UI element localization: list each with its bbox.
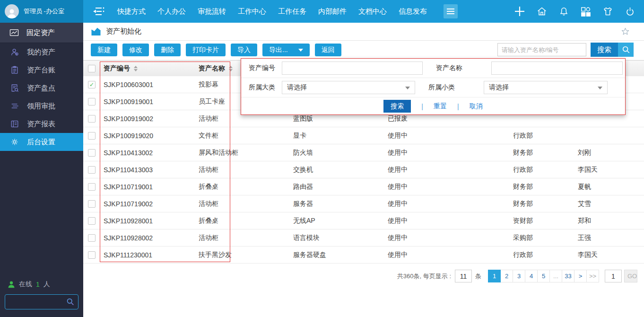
table-row[interactable]: SJKP111230001扶手黑沙发服务器硬盘使用中行政部李国天	[83, 247, 644, 264]
cell-code: SJKP100919001	[100, 98, 199, 106]
sidebar-item-my-assets[interactable]: 我的资产	[0, 43, 83, 61]
nav-item[interactable]: 工作中心	[238, 7, 266, 16]
sidebar-search-input[interactable]	[8, 296, 67, 308]
sidebar-item-label: 领用审批	[27, 102, 55, 111]
chevron-down-icon	[405, 87, 410, 89]
select-all-checkbox[interactable]	[88, 65, 96, 72]
nav-item[interactable]: 个人办公	[157, 7, 186, 16]
row-checkbox[interactable]	[88, 217, 96, 225]
table-row[interactable]: SJKP110719002活动柜服务器使用中财务部艾雪	[83, 195, 644, 212]
cell-user: 王强	[578, 234, 644, 242]
cancel-link[interactable]: 取消	[470, 102, 483, 111]
row-checkbox[interactable]: ✓	[88, 81, 96, 88]
main-content: 资产初始化 新建 修改 删除 打印卡片 导入 导出... 返回 搜索 资产编号 …	[83, 23, 644, 317]
bell-icon[interactable]	[558, 6, 569, 17]
sidebar-item-label: 资产报表	[27, 120, 55, 129]
nav-item[interactable]: 内部邮件	[318, 7, 347, 16]
row-checkbox[interactable]	[88, 115, 96, 123]
page-size-input[interactable]	[455, 270, 472, 282]
edit-button[interactable]: 修改	[122, 44, 149, 56]
home-icon[interactable]	[536, 6, 548, 17]
page-button[interactable]: 5	[538, 270, 550, 282]
table-row[interactable]: SJKP110413002屏风和活动柜防火墙使用中财务部刘刚	[83, 144, 644, 161]
row-checkbox[interactable]	[88, 149, 96, 157]
page-button[interactable]: 4	[525, 270, 538, 282]
asset-name-input[interactable]	[491, 62, 623, 75]
row-checkbox[interactable]	[88, 183, 96, 191]
import-button[interactable]: 导入	[231, 44, 257, 56]
cell-model: 服务器	[293, 200, 388, 208]
nav-item[interactable]: 文档中心	[358, 7, 387, 16]
avatar[interactable]	[5, 4, 19, 18]
sidebar-item-settings[interactable]: 后台设置	[0, 133, 83, 151]
row-checkbox[interactable]	[88, 166, 96, 174]
sidebar-item-asset-ledger[interactable]: 资产台账	[0, 61, 83, 79]
cell-status: 使用中	[388, 166, 513, 174]
sidebar-item-asset-inventory[interactable]: 资产盘点	[0, 79, 83, 97]
filter-search-button[interactable]: 搜索	[383, 100, 411, 113]
hamburger-menu-icon[interactable]	[444, 4, 458, 18]
nav-item[interactable]: 快捷方式	[117, 7, 146, 16]
subcategory-select[interactable]: 请选择	[484, 81, 608, 94]
next-page-button[interactable]: >	[574, 270, 587, 282]
row-checkbox[interactable]	[88, 132, 96, 140]
table-row[interactable]: SJKP100919020文件柜显卡使用中行政部	[83, 127, 644, 144]
page-button[interactable]: 3	[513, 270, 525, 282]
reset-link[interactable]: 重置	[434, 102, 447, 111]
search-button[interactable]: 搜索	[591, 43, 618, 57]
cell-model: 语言模块	[293, 234, 388, 242]
nav-item[interactable]: 工作任务	[278, 7, 306, 16]
cell-model: 路由器	[293, 183, 388, 191]
category-select[interactable]: 请选择	[282, 81, 415, 94]
apps-icon[interactable]	[580, 6, 591, 17]
goto-page-input[interactable]	[605, 270, 622, 282]
pagination: 共360条, 每页显示 : 条 12345...33>>> GO	[397, 270, 637, 282]
page-button[interactable]: 33	[562, 270, 574, 282]
sidebar-item-approval[interactable]: 领用审批	[0, 97, 83, 115]
nav-item[interactable]: 审批流转	[198, 7, 226, 16]
delete-button[interactable]: 删除	[154, 44, 181, 56]
power-icon[interactable]	[625, 6, 635, 17]
export-dropdown-button[interactable]: 导出...	[262, 44, 310, 56]
table-row[interactable]: SJKP110928002活动柜语言模块使用中采购部王强	[83, 229, 644, 247]
page-button[interactable]: 1	[488, 270, 501, 282]
nav-item[interactable]: 信息发布	[399, 7, 427, 16]
asset-code-input[interactable]	[282, 62, 423, 75]
sidebar-module-fixed-assets[interactable]: 固定资产	[0, 23, 83, 43]
sidebar-module-label: 固定资产	[26, 28, 55, 37]
table-row[interactable]: SJKP110719001折叠桌路由器使用中财务部夏帆	[83, 178, 644, 195]
row-checkbox[interactable]	[88, 200, 96, 208]
online-status: 在线1人	[8, 280, 78, 289]
user-info[interactable]: 管理员 -办公室	[0, 0, 83, 23]
asset-search-input[interactable]	[497, 43, 586, 56]
clipboard-icon	[10, 66, 19, 74]
page-button[interactable]: ...	[550, 270, 562, 282]
header-asset-code[interactable]: 资产编号	[100, 64, 199, 73]
search-magnifier-button[interactable]	[618, 43, 634, 57]
new-button[interactable]: 新建	[91, 44, 117, 56]
back-button[interactable]: 返回	[315, 44, 341, 56]
row-checkbox[interactable]	[88, 98, 96, 106]
title-bar: 资产初始化	[83, 23, 644, 41]
table-row[interactable]: SJKP110413003活动柜交换机使用中行政部李国天	[83, 161, 644, 178]
favorite-star-icon[interactable]	[621, 27, 630, 36]
table-row[interactable]: SJKP110928001折叠桌无线AP使用中资财部郑和	[83, 212, 644, 229]
online-count: 1	[36, 281, 40, 288]
cell-name: 屏风和活动柜	[199, 149, 293, 157]
sort-icon[interactable]	[229, 66, 233, 71]
collapse-menu-icon[interactable]	[92, 5, 105, 18]
cell-code: SJKP110413002	[100, 149, 199, 157]
plus-icon[interactable]	[514, 6, 525, 17]
search-icon[interactable]	[66, 298, 74, 306]
page-button[interactable]: 2	[501, 270, 513, 282]
go-button[interactable]: GO	[624, 270, 637, 282]
sidebar-item-asset-reports[interactable]: 资产报表	[0, 115, 83, 133]
row-checkbox[interactable]	[88, 251, 96, 259]
print-card-button[interactable]: 打印卡片	[186, 44, 226, 56]
row-checkbox[interactable]	[88, 234, 96, 242]
filter-row-1: 资产编号 资产名称	[241, 59, 625, 78]
sort-icon[interactable]	[134, 66, 138, 71]
theme-icon[interactable]	[602, 6, 614, 17]
cell-user: 艾雪	[578, 200, 644, 208]
last-page-button[interactable]: >>	[587, 270, 599, 282]
